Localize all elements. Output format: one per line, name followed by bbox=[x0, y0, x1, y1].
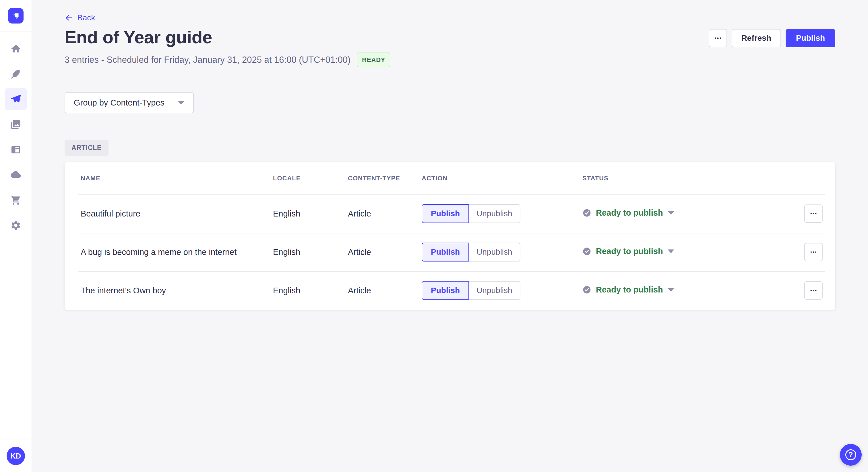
entry-content-type: Article bbox=[348, 247, 422, 257]
check-circle-icon bbox=[582, 247, 591, 256]
content-type-group-badge: ARTICLE bbox=[65, 140, 108, 156]
release-subtitle: 3 entries - Scheduled for Friday, Januar… bbox=[65, 55, 350, 65]
cart-icon bbox=[10, 195, 21, 206]
column-header-action: ACTION bbox=[422, 175, 582, 182]
main-content: Back End of Year guide Refresh Publish 3… bbox=[32, 0, 868, 472]
arrow-left-icon bbox=[65, 13, 73, 22]
entry-action-cell: Publish Unpublish bbox=[422, 243, 582, 262]
ellipsis-icon bbox=[714, 34, 722, 42]
subtitle-row: 3 entries - Scheduled for Friday, Januar… bbox=[65, 53, 835, 67]
entry-status-cell: Ready to publish bbox=[582, 285, 788, 296]
sidebar-item-releases[interactable] bbox=[5, 88, 27, 110]
entry-locale: English bbox=[273, 209, 348, 218]
table-row: A bug is becoming a meme on the internet… bbox=[81, 233, 823, 271]
strapi-logo[interactable] bbox=[8, 8, 24, 24]
entry-status-select[interactable]: Ready to publish bbox=[582, 247, 674, 256]
entry-content-type: Article bbox=[348, 209, 422, 218]
entry-more-cell bbox=[788, 281, 823, 300]
group-by-select[interactable]: Group by Content-Types bbox=[65, 92, 194, 113]
ellipsis-icon bbox=[809, 248, 817, 256]
table-header-row: NAME LOCALE CONTENT-TYPE ACTION STATUS bbox=[81, 162, 823, 194]
refresh-button[interactable]: Refresh bbox=[732, 29, 781, 47]
unpublish-option[interactable]: Unpublish bbox=[469, 204, 520, 223]
entry-action-cell: Publish Unpublish bbox=[422, 281, 582, 300]
entry-status-label: Ready to publish bbox=[596, 247, 663, 256]
entry-action-cell: Publish Unpublish bbox=[422, 204, 582, 223]
entry-content-type: Article bbox=[348, 286, 422, 295]
sidebar-item-content-manager[interactable] bbox=[5, 63, 27, 85]
sidebar-item-cloud[interactable] bbox=[5, 164, 27, 186]
table-row: Beautiful picture English Article Publis… bbox=[81, 194, 823, 233]
release-status-badge: READY bbox=[357, 53, 391, 67]
entry-more-cell bbox=[788, 243, 823, 261]
ellipsis-icon bbox=[809, 286, 817, 295]
help-button[interactable]: ? bbox=[840, 444, 862, 466]
sidebar-footer: KD bbox=[0, 440, 32, 472]
photos-icon bbox=[10, 119, 21, 130]
entry-name: Beautiful picture bbox=[81, 209, 273, 218]
entry-name: A bug is becoming a meme on the internet bbox=[81, 247, 273, 257]
chevron-down-icon bbox=[668, 249, 674, 253]
sidebar-item-marketplace[interactable] bbox=[5, 189, 27, 211]
entry-status-cell: Ready to publish bbox=[582, 208, 788, 220]
entry-status-label: Ready to publish bbox=[596, 285, 663, 295]
row-more-button[interactable] bbox=[804, 243, 823, 261]
entry-name: The internet's Own boy bbox=[81, 286, 273, 295]
entry-status-select[interactable]: Ready to publish bbox=[582, 285, 674, 295]
toolbar: Group by Content-Types bbox=[65, 92, 835, 113]
column-header-name: NAME bbox=[81, 175, 273, 182]
title-row: End of Year guide Refresh Publish bbox=[65, 28, 835, 47]
publish-option[interactable]: Publish bbox=[422, 243, 469, 262]
cloud-icon bbox=[10, 169, 21, 180]
entry-locale: English bbox=[273, 247, 348, 257]
entry-status-cell: Ready to publish bbox=[582, 247, 788, 258]
row-more-button[interactable] bbox=[804, 204, 823, 223]
publish-toggle: Publish Unpublish bbox=[422, 204, 520, 223]
check-circle-icon bbox=[582, 285, 591, 294]
gear-icon bbox=[10, 220, 21, 231]
page-title: End of Year guide bbox=[65, 28, 212, 47]
unpublish-option[interactable]: Unpublish bbox=[469, 243, 520, 262]
check-circle-icon bbox=[582, 208, 591, 217]
sidebar: KD bbox=[0, 0, 32, 472]
chevron-down-icon bbox=[668, 288, 674, 292]
column-header-content-type: CONTENT-TYPE bbox=[348, 175, 422, 182]
entry-status-label: Ready to publish bbox=[596, 208, 663, 217]
strapi-logo-icon bbox=[11, 11, 21, 21]
publish-option[interactable]: Publish bbox=[422, 204, 469, 223]
table-body: Beautiful picture English Article Publis… bbox=[81, 194, 823, 310]
sidebar-item-settings[interactable] bbox=[5, 214, 27, 236]
publish-toggle: Publish Unpublish bbox=[422, 281, 520, 300]
logo-container bbox=[0, 0, 32, 32]
sidebar-item-home[interactable] bbox=[5, 38, 27, 60]
back-label: Back bbox=[77, 13, 95, 22]
chevron-down-icon bbox=[178, 101, 185, 105]
column-header-status: STATUS bbox=[582, 175, 788, 182]
group-label-row: ARTICLE bbox=[65, 140, 835, 156]
feather-icon bbox=[10, 69, 21, 79]
publish-option[interactable]: Publish bbox=[422, 281, 469, 300]
unpublish-option[interactable]: Unpublish bbox=[469, 281, 520, 300]
table-row: The internet's Own boy English Article P… bbox=[81, 271, 823, 310]
row-more-button[interactable] bbox=[804, 281, 823, 300]
back-link[interactable]: Back bbox=[65, 12, 95, 23]
entry-more-cell bbox=[788, 204, 823, 223]
sidebar-item-media-library[interactable] bbox=[5, 113, 27, 135]
ellipsis-icon bbox=[809, 210, 817, 217]
paper-plane-icon bbox=[10, 94, 21, 105]
question-circle-icon: ? bbox=[845, 449, 856, 460]
entries-table-card: NAME LOCALE CONTENT-TYPE ACTION STATUS B… bbox=[65, 162, 835, 310]
release-more-button[interactable] bbox=[709, 29, 727, 47]
publish-toggle: Publish Unpublish bbox=[422, 243, 520, 262]
sidebar-nav bbox=[5, 32, 27, 440]
sidebar-item-content-type-builder[interactable] bbox=[5, 139, 27, 161]
home-icon bbox=[10, 43, 21, 54]
entry-locale: English bbox=[273, 286, 348, 295]
layout-icon bbox=[10, 144, 21, 155]
publish-release-button[interactable]: Publish bbox=[786, 29, 835, 47]
header-actions: Refresh Publish bbox=[709, 29, 835, 47]
group-by-label: Group by Content-Types bbox=[74, 98, 164, 107]
column-header-locale: LOCALE bbox=[273, 175, 348, 182]
entry-status-select[interactable]: Ready to publish bbox=[582, 208, 674, 217]
user-avatar[interactable]: KD bbox=[7, 447, 25, 465]
